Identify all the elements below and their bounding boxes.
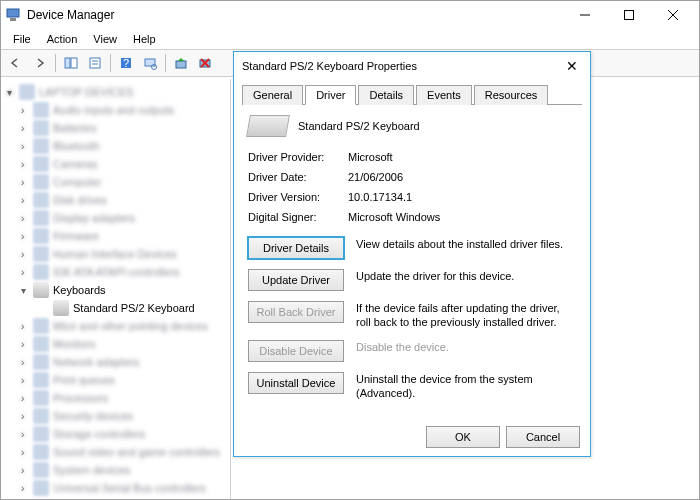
svg-rect-8 [90,58,100,68]
help-icon[interactable]: ? [115,52,137,74]
svg-text:?: ? [123,57,129,69]
rollback-driver-button: Roll Back Driver [248,301,344,323]
svg-rect-15 [176,61,186,68]
title-bar: Device Manager [1,1,699,29]
uninstall-device-desc: Uninstall the device from the system (Ad… [356,372,576,401]
back-button[interactable] [5,52,27,74]
menu-action[interactable]: Action [39,31,86,47]
svg-rect-3 [625,11,634,20]
maximize-button[interactable] [607,1,651,29]
uninstall-device-button[interactable]: Uninstall Device [248,372,344,394]
ok-button[interactable]: OK [426,426,500,448]
keyboard-icon [246,115,290,137]
svg-rect-7 [71,58,77,68]
properties-dialog: Standard PS/2 Keyboard Properties ✕ Gene… [233,51,591,457]
update-driver-button[interactable]: Update Driver [248,269,344,291]
value-signer: Microsoft Windows [348,211,576,223]
disable-device-desc: Disable the device. [356,340,576,354]
svg-rect-1 [10,18,16,21]
tab-details[interactable]: Details [358,85,414,105]
svg-rect-0 [7,9,19,17]
minimize-button[interactable] [563,1,607,29]
dialog-title: Standard PS/2 Keyboard Properties [242,60,417,72]
menu-file[interactable]: File [5,31,39,47]
tree-node-keyboards[interactable]: ▾Keyboards [1,281,230,299]
rollback-driver-desc: If the device fails after updating the d… [356,301,576,330]
menu-help[interactable]: Help [125,31,164,47]
label-date: Driver Date: [248,171,348,183]
device-manager-window: Device Manager File Action View Help ? ▾… [0,0,700,500]
label-provider: Driver Provider: [248,151,348,163]
update-driver-desc: Update the driver for this device. [356,269,576,283]
dialog-footer: OK Cancel [426,426,580,448]
label-version: Driver Version: [248,191,348,203]
tab-resources[interactable]: Resources [474,85,549,105]
device-name: Standard PS/2 Keyboard [298,120,420,132]
forward-button[interactable] [29,52,51,74]
device-manager-icon [5,7,21,23]
disable-device-button: Disable Device [248,340,344,362]
dialog-title-bar: Standard PS/2 Keyboard Properties ✕ [234,52,590,80]
properties-icon[interactable] [84,52,106,74]
tab-driver[interactable]: Driver [305,85,356,105]
dialog-close-button[interactable]: ✕ [562,56,582,76]
tree-label-keyboards: Keyboards [53,284,106,296]
tree-label-standard-keyboard: Standard PS/2 Keyboard [73,302,195,314]
value-version: 10.0.17134.1 [348,191,576,203]
value-date: 21/06/2006 [348,171,576,183]
menu-bar: File Action View Help [1,29,699,49]
tab-general[interactable]: General [242,85,303,105]
close-button[interactable] [651,1,695,29]
scan-hardware-icon[interactable] [139,52,161,74]
dialog-tabs: General Driver Details Events Resources [242,84,582,105]
update-driver-icon[interactable] [170,52,192,74]
cancel-button[interactable]: Cancel [506,426,580,448]
tab-body: Standard PS/2 Keyboard Driver Provider: … [234,105,590,420]
window-controls [563,1,695,29]
label-signer: Digital Signer: [248,211,348,223]
driver-details-button[interactable]: Driver Details [248,237,344,259]
tab-events[interactable]: Events [416,85,472,105]
show-hide-tree-icon[interactable] [60,52,82,74]
value-provider: Microsoft [348,151,576,163]
menu-view[interactable]: View [85,31,125,47]
device-tree[interactable]: ▾LAPTOP DEVICES ›Audio inputs and output… [1,79,231,499]
svg-rect-6 [65,58,70,68]
driver-details-desc: View details about the installed driver … [356,237,576,251]
window-title: Device Manager [27,8,563,22]
tree-node-standard-keyboard[interactable]: Standard PS/2 Keyboard [1,299,230,317]
uninstall-device-icon[interactable] [194,52,216,74]
